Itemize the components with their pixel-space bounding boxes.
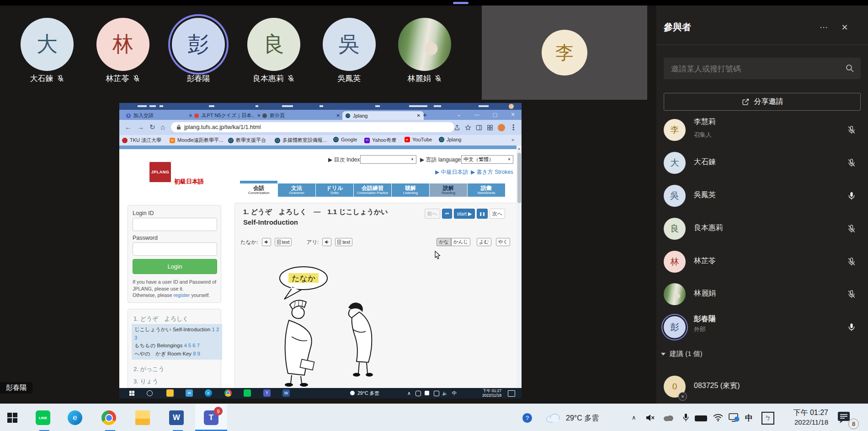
extensions-icon[interactable] — [487, 124, 493, 131]
tab-listening[interactable]: 聴解Listening — [392, 183, 429, 197]
scroll-up-icon[interactable]: ▲ — [517, 147, 522, 150]
side-panel-icon[interactable] — [476, 124, 482, 131]
volume-muted-icon[interactable] — [645, 414, 655, 422]
mail-icon[interactable]: ✉ — [186, 389, 193, 397]
action-center-icon[interactable] — [508, 390, 515, 397]
browser-tab[interactable]: T 加入交談 ✕ — [123, 111, 196, 120]
forward-icon[interactable]: → — [137, 123, 144, 131]
browser-tab[interactable]: 新分頁 ✕ — [259, 111, 343, 120]
teams-icon[interactable]: T — [263, 389, 271, 397]
lesson-2-link[interactable]: 2. がっこう — [133, 365, 165, 373]
mic-muted-icon[interactable] — [847, 125, 856, 135]
home-icon[interactable]: ⌂ — [161, 123, 165, 131]
tab-close-icon[interactable]: ✕ — [336, 113, 340, 118]
invite-search-input[interactable] — [670, 58, 841, 80]
ime-bopomofo-icon[interactable]: ㄅ — [761, 412, 774, 425]
meeting-controls-pill[interactable] — [453, 2, 469, 4]
scrollbar-thumb[interactable] — [517, 153, 521, 203]
rewind-button[interactable]: ⏮ — [442, 209, 452, 219]
address-bar[interactable]: jplang.tufs.ac.jp/tw/ka/1/1.html — [171, 122, 454, 132]
new-tab-button[interactable]: + — [423, 111, 427, 119]
weather-text[interactable]: 29°C 多雲 — [566, 414, 599, 423]
participant-row[interactable]: 彭 彭春陽 外部 — [656, 311, 868, 344]
dismiss-suggestion-icon[interactable]: ✕ — [678, 392, 687, 401]
tab-grammar[interactable]: 文法Grammer — [278, 183, 315, 197]
keyboard-icon[interactable] — [434, 391, 439, 396]
ime-indicator[interactable]: 中 — [452, 390, 457, 397]
tab-reading[interactable]: 読解Reading — [430, 183, 467, 197]
bookmark-star-icon[interactable] — [465, 124, 471, 131]
participant-row[interactable]: 林麗娟 — [656, 278, 868, 311]
link-strokes[interactable]: ▶ 書き方 Strokes — [471, 168, 513, 176]
volume-icon[interactable]: 🔈 — [442, 390, 448, 396]
tab-search-chevron-icon[interactable]: ⌄ — [454, 112, 463, 118]
show-text-button[interactable]: text — [335, 238, 352, 246]
language-select[interactable]: 中文（繁體）▼ — [461, 155, 513, 164]
password-input[interactable] — [133, 242, 217, 256]
browser-tab[interactable]: JLPT N5クイズ｜日本.. ✕ — [191, 111, 264, 120]
mic-muted-icon[interactable] — [847, 224, 856, 233]
bookmark[interactable]: ▸ YouTube — [405, 137, 432, 142]
bookmark[interactable]: Y! Yahoo奇摩 — [364, 137, 396, 144]
close-panel-icon[interactable]: ✕ — [838, 22, 851, 33]
login-id-input[interactable] — [133, 218, 217, 231]
register-link[interactable]: register — [173, 292, 190, 298]
screen-share-indicator-icon[interactable] — [729, 413, 740, 422]
kana-toggle[interactable]: かな — [437, 238, 451, 246]
tab-newwords[interactable]: 語彙NewWords — [468, 183, 505, 197]
reload-icon[interactable]: ↻ — [149, 123, 155, 131]
search-icon[interactable] — [147, 390, 153, 396]
participant-row[interactable]: 大 大石鍊 — [656, 146, 868, 179]
invite-search-box[interactable] — [664, 58, 861, 79]
bookmark[interactable]: TKU 淡江大學 — [122, 137, 161, 144]
teams-taskbar-cell[interactable]: T 9 — [195, 404, 227, 431]
mic-muted-icon[interactable] — [847, 257, 856, 266]
edge-icon[interactable]: e — [68, 410, 82, 425]
bookmark[interactable]: 🌐 Jplang — [439, 137, 461, 142]
index-select[interactable]: ▼ — [360, 155, 416, 164]
start-button[interactable] — [7, 413, 17, 423]
yomu-button[interactable]: よむ — [477, 238, 491, 246]
yaku-button[interactable]: やく — [496, 238, 511, 246]
suggestions-section-header[interactable]: 建議 (1 個) — [661, 350, 703, 358]
word-icon[interactable]: W — [169, 410, 184, 425]
tab-drills[interactable]: ドリルDrills — [316, 183, 353, 197]
mic-tray-icon[interactable] — [683, 413, 689, 422]
tray-chevron-icon[interactable]: ∧ — [407, 390, 411, 396]
audio-play-button[interactable] — [262, 238, 271, 246]
pause-button[interactable]: ❚❚ — [477, 209, 488, 219]
scrollbar[interactable]: ▲ — [517, 145, 522, 388]
mic-muted-icon[interactable] — [847, 158, 856, 167]
mic-on-icon[interactable] — [847, 191, 856, 200]
edge-icon[interactable]: e — [205, 389, 212, 397]
lesson-3-link[interactable]: 3. りょう — [133, 377, 158, 386]
search-icon[interactable] — [845, 64, 854, 73]
clock[interactable]: 下午 01:27 2022/11/18 — [783, 408, 828, 426]
participant-row[interactable]: 李 李慧莉 召集人 — [656, 113, 868, 146]
share-invite-button[interactable]: 分享邀請 — [664, 93, 861, 111]
participant-row[interactable]: 良 良本惠莉 — [656, 212, 868, 245]
tab-conversation[interactable]: 会話Conversation — [240, 183, 277, 197]
help-icon[interactable]: ? — [522, 413, 532, 423]
lesson-number-links[interactable]: 8 9 — [193, 351, 200, 356]
wifi-icon[interactable] — [713, 414, 723, 421]
file-explorer-icon[interactable] — [166, 389, 174, 397]
show-text-button[interactable]: text — [275, 238, 292, 246]
profile-avatar-icon[interactable] — [498, 124, 505, 131]
window-close-button[interactable]: ✕ — [508, 112, 517, 118]
bookmark[interactable]: 🌐 教學支援平台 — [228, 137, 266, 144]
chrome-icon[interactable] — [224, 389, 232, 397]
line-icon[interactable]: LINE — [36, 410, 50, 425]
start-button[interactable]: start ▶ — [454, 209, 475, 219]
participant-row[interactable]: 林 林芷苓 — [656, 245, 868, 278]
bookmark[interactable]: 🌐 多媒體教室設備報... — [275, 137, 327, 144]
weather-icon[interactable] — [545, 412, 561, 423]
mic-icon[interactable] — [425, 391, 429, 395]
tray-chevron-icon[interactable]: ∧ — [632, 414, 636, 421]
word-icon[interactable]: W — [282, 389, 290, 397]
touch-keyboard-icon[interactable] — [695, 415, 707, 421]
ime-language-indicator[interactable]: 中 — [745, 413, 753, 423]
window-minimize-button[interactable]: — — [472, 112, 481, 117]
share-page-icon[interactable] — [454, 124, 460, 131]
link-intermediate-japanese[interactable]: ▶ 中級日本語 — [435, 168, 469, 176]
